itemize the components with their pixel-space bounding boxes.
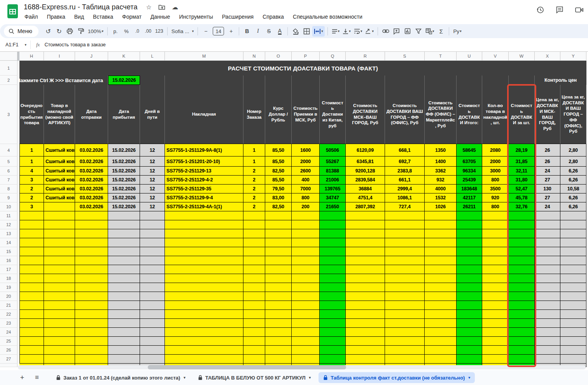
cell-S24[interactable] <box>385 328 425 337</box>
row-header[interactable]: 23 <box>0 319 18 328</box>
cell-W4[interactable]: 28,19 <box>509 144 535 156</box>
cell-T21[interactable] <box>425 301 457 310</box>
cell-I5[interactable]: Сшитый ков <box>44 156 75 167</box>
redo-icon[interactable]: ↻ <box>54 26 64 37</box>
cell-S10[interactable]: 727,4 <box>385 202 425 211</box>
inserted-date-cell[interactable]: 15.02.2026 <box>108 76 140 85</box>
cell-Y14[interactable] <box>560 238 586 247</box>
cell-J17[interactable] <box>75 265 108 274</box>
cell-L11[interactable] <box>140 211 165 220</box>
cell-J4[interactable]: 03.02.2026 <box>75 144 108 156</box>
cell-X16[interactable] <box>535 256 560 265</box>
cell-I21[interactable] <box>44 301 75 310</box>
cell-J12[interactable] <box>75 220 108 229</box>
cell-R24[interactable] <box>346 328 385 337</box>
cell-K23[interactable] <box>108 319 140 328</box>
cell-N4[interactable]: 1 <box>243 144 265 156</box>
text-wrapping-button[interactable]: ▾ <box>353 26 364 37</box>
cell-P6[interactable]: 2600 <box>292 167 320 176</box>
cell-W19[interactable] <box>509 283 535 292</box>
cell-X14[interactable] <box>535 238 560 247</box>
cell-Q19[interactable] <box>320 283 346 292</box>
horizontal-scrollbar[interactable] <box>18 365 586 369</box>
cell-Q14[interactable] <box>320 238 346 247</box>
cell-Y26[interactable] <box>560 346 586 355</box>
row-header[interactable]: 27 <box>0 355 18 364</box>
cell-J20[interactable] <box>75 292 108 301</box>
cell-R15[interactable] <box>346 247 385 256</box>
cell-U12[interactable] <box>457 220 482 229</box>
cell-O26[interactable] <box>265 346 292 355</box>
sheet-tab-3[interactable]: Таблица контроля факт ст.доставки (не об… <box>318 372 475 383</box>
cell-V7[interactable]: 800 <box>482 176 509 185</box>
cell-T25[interactable] <box>425 337 457 346</box>
column-header-I[interactable]: I <box>44 52 75 61</box>
cell-V9[interactable]: 920 <box>482 193 509 202</box>
field-header-K[interactable]: Дата прибытия <box>108 85 140 144</box>
cell-J25[interactable] <box>75 337 108 346</box>
cell-N11[interactable] <box>243 211 265 220</box>
cell-T14[interactable] <box>425 238 457 247</box>
all-sheets-icon[interactable]: ≡ <box>32 373 42 383</box>
cell-X6[interactable]: 24 <box>535 167 560 176</box>
cell-O6[interactable]: 82,50 <box>265 167 292 176</box>
cell-R26[interactable] <box>346 346 385 355</box>
cell-Q16[interactable] <box>320 256 346 265</box>
decrease-decimals-button[interactable]: .0 <box>132 26 142 37</box>
cell-I20[interactable] <box>44 292 75 301</box>
cell-I4[interactable]: Сшитый ков <box>44 144 75 156</box>
cell-Q6[interactable]: 81388 <box>320 167 346 176</box>
cell-X4[interactable]: 26 <box>535 144 560 156</box>
cell-V25[interactable] <box>482 337 509 346</box>
cell-T27[interactable] <box>425 355 457 364</box>
cell-J24[interactable] <box>75 328 108 337</box>
cell-S9[interactable]: 1086,1 <box>385 193 425 202</box>
cell-X24[interactable] <box>535 328 560 337</box>
row-header[interactable]: 20 <box>0 292 18 301</box>
cell-S11[interactable] <box>385 211 425 220</box>
cell-H12[interactable] <box>19 220 44 229</box>
cell-H20[interactable] <box>19 292 44 301</box>
cell-U7[interactable]: 25439 <box>457 176 482 185</box>
row-header[interactable]: 2 <box>0 76 18 85</box>
cell-W11[interactable] <box>509 211 535 220</box>
cell-W12[interactable] <box>509 220 535 229</box>
cell-J9[interactable]: 03.02.2026 <box>75 193 108 202</box>
cell-N18[interactable] <box>243 274 265 283</box>
cell-T17[interactable] <box>425 265 457 274</box>
cell-S25[interactable] <box>385 337 425 346</box>
cell-J26[interactable] <box>75 346 108 355</box>
strikethrough-button[interactable]: S <box>264 26 274 37</box>
row-header[interactable]: 8 <box>0 185 18 193</box>
cell-L27[interactable] <box>140 355 165 364</box>
empty-dark-cell[interactable] <box>265 76 292 85</box>
cell-L19[interactable] <box>140 283 165 292</box>
cell-L25[interactable] <box>140 337 165 346</box>
cell-L7[interactable]: 12 <box>140 176 165 185</box>
decrease-font-size-button[interactable]: − <box>201 26 211 37</box>
cell-S27[interactable] <box>385 355 425 364</box>
cell-P25[interactable] <box>292 337 320 346</box>
cell-K19[interactable] <box>108 283 140 292</box>
column-header-W[interactable]: W <box>509 52 535 61</box>
empty-dark-cell[interactable] <box>482 76 509 85</box>
cell-W5[interactable]: 31,85 <box>509 156 535 167</box>
empty-dark-cell[interactable] <box>457 76 482 85</box>
add-sheet-button[interactable]: + <box>17 373 27 383</box>
cell-Y15[interactable] <box>560 247 586 256</box>
cell-I10[interactable] <box>44 202 75 211</box>
cell-J5[interactable]: 03.02.2026 <box>75 156 108 167</box>
field-header-M[interactable]: Накладная <box>165 85 243 144</box>
cell-K12[interactable] <box>108 220 140 229</box>
cell-L26[interactable] <box>140 346 165 355</box>
cell-P10[interactable]: 200 <box>292 202 320 211</box>
cell-X26[interactable] <box>535 346 560 355</box>
cell-H27[interactable] <box>19 355 44 364</box>
empty-dark-cell[interactable] <box>320 76 346 85</box>
field-header-J[interactable]: Дата отправки <box>75 85 108 144</box>
empty-dark-cell[interactable] <box>165 76 243 85</box>
cell-H18[interactable] <box>19 274 44 283</box>
search-menus-button[interactable]: Меню <box>4 26 38 37</box>
cell-U11[interactable] <box>457 211 482 220</box>
cell-P15[interactable] <box>292 247 320 256</box>
